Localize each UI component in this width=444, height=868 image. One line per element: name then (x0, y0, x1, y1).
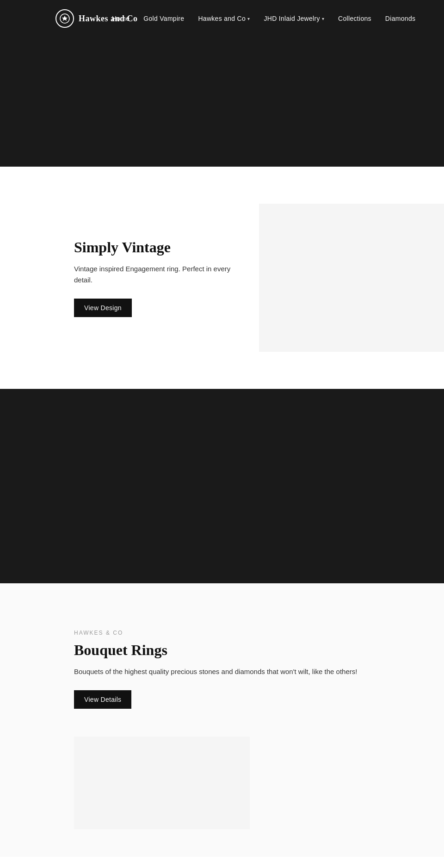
nav-item-diamonds[interactable]: Diamonds (385, 15, 415, 22)
view-details-button[interactable]: View Details (74, 690, 131, 709)
bouquet-title: Bouquet Rings (74, 642, 416, 659)
logo-link[interactable]: Hawkes and Co (56, 9, 138, 28)
vintage-title: Simply Vintage (74, 239, 231, 256)
nav-item-jhd[interactable]: JHD Inlaid Jewelry ▾ (264, 15, 324, 22)
nav-link-jhd[interactable]: JHD Inlaid Jewelry ▾ (264, 15, 324, 22)
nav-link-gold-vampire[interactable]: Gold Vampire (143, 15, 184, 22)
bouquet-label: HAWKES & CO (74, 630, 416, 636)
vintage-text-column: Simply Vintage Vintage inspired Engageme… (0, 204, 259, 352)
vintage-image-placeholder (259, 204, 444, 352)
vintage-description: Vintage inspired Engagement ring. Perfec… (74, 263, 231, 286)
bouquet-description: Bouquets of the highest quality precious… (74, 666, 416, 677)
logo-text: Hawkes and Co (79, 14, 138, 24)
hero-banner (0, 37, 444, 167)
chevron-down-icon: ▾ (247, 16, 250, 21)
nav-link-hawkes-co[interactable]: Hawkes and Co ▾ (198, 15, 250, 22)
bouquet-inner: HAWKES & CO Bouquet Rings Bouquets of th… (0, 630, 444, 709)
section-simply-vintage: Simply Vintage Vintage inspired Engageme… (0, 167, 444, 389)
logo-icon (56, 9, 74, 28)
nav-item-gold-vampire[interactable]: Gold Vampire (143, 15, 184, 22)
chevron-down-icon: ▾ (322, 16, 324, 21)
bouquet-image-placeholder (74, 737, 250, 829)
nav-item-collections[interactable]: Collections (338, 15, 371, 22)
nav-link-collections[interactable]: Collections (338, 15, 371, 22)
nav-link-diamonds[interactable]: Diamonds (385, 15, 415, 22)
section-bouquet-rings: HAWKES & CO Bouquet Rings Bouquets of th… (0, 583, 444, 857)
navbar: Hawkes and Co Home Gold Vampire Hawkes a… (0, 0, 444, 37)
view-design-button[interactable]: View Design (74, 299, 132, 317)
dark-banner-section (0, 389, 444, 583)
nav-links: Home Gold Vampire Hawkes and Co ▾ JHD In… (112, 15, 416, 22)
nav-item-hawkes-co[interactable]: Hawkes and Co ▾ (198, 15, 250, 22)
